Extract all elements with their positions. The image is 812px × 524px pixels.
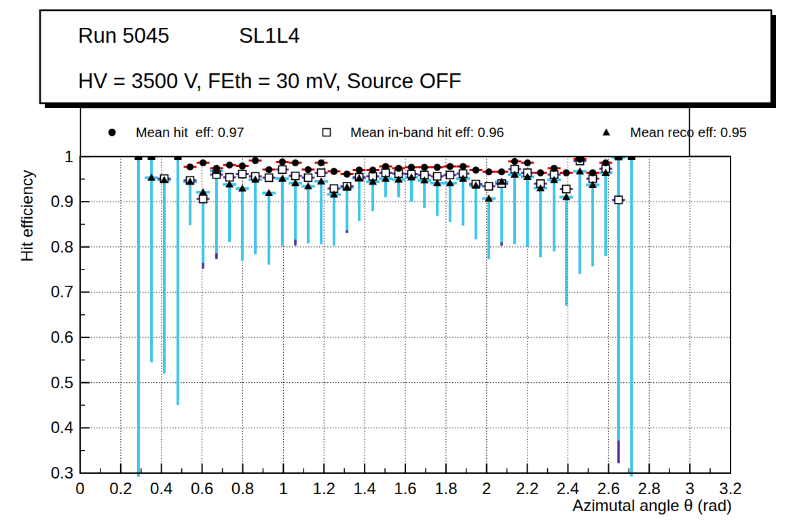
inband-marker-open-square [446, 171, 454, 179]
hit-marker-filled-circle [279, 158, 286, 165]
inband-marker-open-square [265, 174, 273, 181]
x-tick-label: 1.4 [353, 479, 375, 498]
clipped-marker-at-top [134, 157, 142, 160]
inband-marker-open-square [318, 169, 325, 176]
inband-marker-open-square [292, 172, 299, 180]
hit-marker-filled-circle [473, 166, 479, 173]
x-tick-label: 1.8 [435, 479, 457, 498]
y-tick-label: 0.3 [51, 464, 73, 482]
root-canvas: 00.20.40.60.811.21.41.61.822.22.42.62.83… [0, 0, 812, 524]
hit-marker-filled-circle [213, 165, 220, 172]
hit-marker-filled-circle [551, 165, 557, 172]
hit-marker-filled-circle [447, 163, 454, 170]
open-square-icon [323, 129, 331, 136]
legend-label: Mean reco eff: 0.95 [630, 125, 747, 140]
hit-marker-filled-circle [187, 164, 193, 170]
x-tick-label: 3 [685, 479, 694, 498]
hit-marker-filled-circle [369, 166, 376, 173]
y-tick-label: 0.4 [51, 418, 73, 436]
clipped-marker-at-top [628, 157, 635, 160]
hit-marker-filled-circle [331, 168, 337, 174]
hit-marker-filled-circle [524, 160, 531, 166]
inband-marker-open-square [238, 170, 246, 178]
hit-marker-filled-circle [434, 164, 441, 170]
hit-marker-filled-circle [485, 168, 492, 175]
inband-marker-open-square [615, 196, 623, 204]
x-axis-title: Azimutal angle θ (rad) [572, 496, 732, 514]
x-tick-label: 1.2 [313, 479, 335, 498]
title-run: Run 5045 [78, 24, 169, 48]
title-layer: SL1L4 [239, 24, 300, 48]
x-tick-label: 1.6 [394, 479, 416, 498]
y-tick-label: 0.7 [51, 282, 73, 301]
hit-marker-filled-circle [563, 169, 570, 176]
x-tick-label: 0 [75, 479, 84, 498]
x-tick-label: 0.2 [109, 479, 132, 498]
hit-marker-filled-circle [344, 170, 350, 177]
hit-marker-filled-circle [318, 160, 325, 166]
inband-marker-open-square [434, 172, 441, 180]
inband-marker-open-square [200, 195, 207, 203]
y-tick-label: 0.9 [51, 192, 73, 210]
x-tick-label: 2.8 [638, 479, 661, 498]
x-tick-label: 3.2 [719, 479, 741, 498]
hit-marker-filled-circle [589, 169, 596, 176]
hit-marker-filled-circle [511, 158, 518, 165]
hit-marker-filled-circle [498, 168, 505, 175]
axis-tick-labels: 00.20.40.60.811.21.41.61.822.22.42.62.83… [51, 147, 742, 498]
inband-marker-open-square [485, 183, 493, 190]
x-tick-label: 2 [482, 479, 491, 498]
hit-marker-filled-circle [292, 160, 299, 166]
x-tick-label: 0.6 [191, 479, 213, 498]
inband-marker-open-square [226, 174, 234, 181]
hit-marker-filled-circle [408, 164, 415, 170]
x-tick-label: 2.6 [597, 479, 620, 498]
hit-marker-filled-circle [239, 162, 246, 169]
inband-marker-open-square [304, 174, 312, 181]
y-tick-label: 0.5 [51, 373, 73, 392]
filled-circle-icon [109, 129, 116, 136]
inband-marker-open-square [563, 185, 570, 193]
hit-marker-filled-circle [382, 163, 389, 170]
y-tick-label: 0.6 [51, 328, 73, 346]
legend-item-inband-eff: Mean in-band hit eff: 0.96 [323, 125, 504, 140]
hit-marker-filled-circle [460, 163, 466, 170]
clipped-marker-at-top [615, 157, 623, 160]
hit-marker-filled-circle [421, 164, 428, 170]
hit-marker-filled-circle [226, 162, 233, 168]
y-axis-title: Hit efficiency [18, 170, 36, 262]
x-tick-label: 0.8 [232, 479, 254, 498]
title-conditions: HV = 3500 V, FEth = 30 mV, Source OFF [78, 69, 462, 93]
title-box: Run 5045 SL1L4 HV = 3500 V, FEth = 30 mV… [40, 10, 776, 108]
efficiency-plot: 00.20.40.60.811.21.41.61.822.22.42.62.83… [0, 0, 812, 524]
hit-marker-filled-circle [305, 166, 312, 173]
hit-marker-filled-circle [356, 166, 363, 173]
hit-marker-filled-circle [537, 169, 544, 176]
legend-label: Mean in-band hit eff: 0.96 [350, 125, 504, 140]
x-tick-label: 0.4 [150, 479, 172, 498]
clipped-marker-at-top [148, 157, 155, 160]
legend-label: Mean hit eff: 0.97 [136, 125, 244, 140]
y-tick-label: 0.8 [51, 238, 73, 256]
hit-marker-filled-circle [252, 157, 259, 164]
hit-marker-filled-circle [395, 165, 402, 172]
hit-marker-filled-circle [200, 160, 206, 166]
x-tick-label: 2.2 [516, 479, 538, 498]
hit-marker-filled-circle [265, 166, 272, 173]
x-tick-label: 1 [279, 479, 288, 498]
y-tick-label: 1 [64, 147, 73, 166]
x-tick-label: 2.4 [557, 479, 579, 498]
hit-marker-filled-circle [602, 160, 609, 166]
clipped-marker-at-top [174, 157, 181, 160]
legend: Mean hit eff: 0.97 Mean in-band hit eff:… [81, 108, 747, 157]
inband-marker-open-square [278, 166, 286, 173]
